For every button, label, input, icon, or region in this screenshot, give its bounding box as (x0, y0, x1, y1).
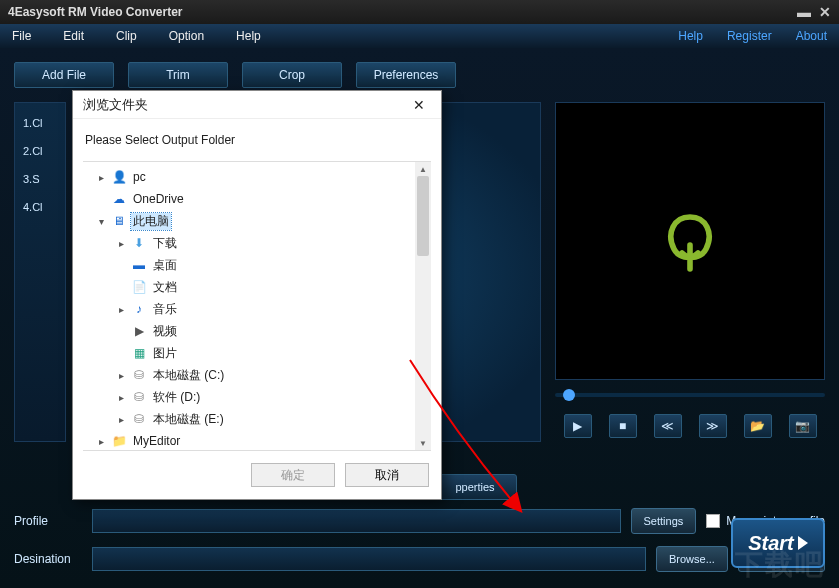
tree-label: 软件 (D:) (151, 389, 202, 406)
play-button[interactable]: ▶ (564, 414, 592, 438)
add-file-button[interactable]: Add File (14, 62, 114, 88)
watermark: 下载吧 (735, 546, 825, 584)
scroll-up-arrow[interactable]: ▲ (415, 162, 431, 176)
drive-icon: ⛁ (131, 411, 147, 427)
destination-input[interactable] (92, 547, 646, 571)
link-register[interactable]: Register (727, 29, 772, 43)
close-button[interactable]: ✕ (819, 4, 831, 20)
tree-row[interactable]: 📄文档 (83, 276, 431, 298)
menu-help[interactable]: Help (236, 29, 261, 43)
scroll-thumb[interactable] (417, 176, 429, 256)
tree-row[interactable]: ▾🖥此电脑 (83, 210, 431, 232)
sidebar: 1.Cl 2.Cl 3.S 4.Cl (14, 102, 66, 442)
desk-icon: ▬ (131, 257, 147, 273)
app-logo-icon (650, 201, 730, 281)
sidebar-item-1[interactable]: 1.Cl (19, 111, 61, 139)
tree-row[interactable]: ▸⛁软件 (D:) (83, 386, 431, 408)
profile-label: Profile (14, 514, 82, 528)
person-icon: 👤 (111, 169, 127, 185)
music-icon: ♪ (131, 301, 147, 317)
tree-row[interactable]: ▦图片 (83, 342, 431, 364)
tree-toggle-icon[interactable]: ▾ (95, 216, 107, 227)
menu-clip[interactable]: Clip (116, 29, 137, 43)
profile-combo[interactable] (92, 509, 621, 533)
tree-label: OneDrive (131, 192, 186, 206)
drive-icon: ⛁ (131, 367, 147, 383)
merge-checkbox[interactable] (706, 514, 720, 528)
minimize-button[interactable]: ▬ (797, 4, 811, 20)
tree-label: 下载 (151, 235, 179, 252)
menubar: File Edit Clip Option Help Help Register… (0, 24, 839, 48)
tree-row[interactable]: ▸📁MyEditor (83, 430, 431, 451)
window-title: 4Easysoft RM Video Converter (8, 5, 183, 19)
tree-row[interactable]: ▸⛁本地磁盘 (C:) (83, 364, 431, 386)
menu-file[interactable]: File (12, 29, 31, 43)
properties-button[interactable]: pperties (433, 474, 517, 500)
settings-button[interactable]: Settings (631, 508, 697, 534)
dialog-close-button[interactable]: ✕ (407, 95, 431, 115)
folder-tree[interactable]: ▸👤pc☁OneDrive▾🖥此电脑▸⬇下载▬桌面📄文档▸♪音乐▶视频▦图片▸⛁… (83, 161, 431, 451)
cloud-icon: ☁ (111, 191, 127, 207)
crop-button[interactable]: Crop (242, 62, 342, 88)
titlebar: 4Easysoft RM Video Converter ▬ ✕ (0, 0, 839, 24)
tree-toggle-icon[interactable]: ▸ (115, 414, 127, 425)
tree-label: 音乐 (151, 301, 179, 318)
dialog-ok-button[interactable]: 确定 (251, 463, 335, 487)
pic-icon: ▦ (131, 345, 147, 361)
tree-row[interactable]: ▬桌面 (83, 254, 431, 276)
seek-thumb[interactable] (563, 389, 575, 401)
folder-icon: 📁 (111, 433, 127, 449)
tree-label: pc (131, 170, 148, 184)
tree-row[interactable]: ▸⛁本地磁盘 (E:) (83, 408, 431, 430)
tree-label: 此电脑 (131, 213, 171, 230)
tree-toggle-icon[interactable]: ▸ (115, 370, 127, 381)
media-controls: ▶ ■ ≪ ≫ 📂 📷 (555, 410, 825, 442)
drive-icon: ⛁ (131, 389, 147, 405)
tree-toggle-icon[interactable]: ▸ (115, 238, 127, 249)
scroll-down-arrow[interactable]: ▼ (415, 436, 431, 450)
tree-row[interactable]: ▸♪音乐 (83, 298, 431, 320)
tree-label: 图片 (151, 345, 179, 362)
doc-icon: 📄 (131, 279, 147, 295)
tree-label: 本地磁盘 (C:) (151, 367, 226, 384)
tree-label: MyEditor (131, 434, 182, 448)
next-button[interactable]: ≫ (699, 414, 727, 438)
stop-button[interactable]: ■ (609, 414, 637, 438)
dialog-instruction: Please Select Output Folder (73, 119, 441, 161)
browse-button[interactable]: Browse... (656, 546, 728, 572)
tree-row[interactable]: ☁OneDrive (83, 188, 431, 210)
menu-option[interactable]: Option (169, 29, 204, 43)
sidebar-item-3[interactable]: 3.S (19, 167, 61, 195)
link-about[interactable]: About (796, 29, 827, 43)
tree-toggle-icon[interactable]: ▸ (95, 436, 107, 447)
tree-row[interactable]: ▸👤pc (83, 166, 431, 188)
tree-row[interactable]: ▶视频 (83, 320, 431, 342)
sidebar-item-4[interactable]: 4.Cl (19, 195, 61, 223)
tree-toggle-icon[interactable]: ▸ (115, 304, 127, 315)
tree-toggle-icon[interactable]: ▸ (115, 392, 127, 403)
tree-label: 桌面 (151, 257, 179, 274)
preferences-button[interactable]: Preferences (356, 62, 456, 88)
tree-label: 视频 (151, 323, 179, 340)
dialog-title: 浏览文件夹 (83, 96, 148, 114)
tree-row[interactable]: ▸⬇下载 (83, 232, 431, 254)
preview-screen (555, 102, 825, 380)
menu-edit[interactable]: Edit (63, 29, 84, 43)
toolbar: Add File Trim Crop Preferences (14, 62, 825, 88)
link-help[interactable]: Help (678, 29, 703, 43)
sidebar-item-2[interactable]: 2.Cl (19, 139, 61, 167)
open-media-button[interactable]: 📂 (744, 414, 772, 438)
prev-button[interactable]: ≪ (654, 414, 682, 438)
tree-label: 文档 (151, 279, 179, 296)
destination-label: Desination (14, 552, 82, 566)
down-icon: ⬇ (131, 235, 147, 251)
browse-folder-dialog: 浏览文件夹 ✕ Please Select Output Folder ▸👤pc… (72, 90, 442, 500)
tree-toggle-icon[interactable]: ▸ (95, 172, 107, 183)
video-icon: ▶ (131, 323, 147, 339)
seek-bar[interactable] (555, 386, 825, 404)
trim-button[interactable]: Trim (128, 62, 228, 88)
snapshot-button[interactable]: 📷 (789, 414, 817, 438)
tree-scrollbar[interactable]: ▲ ▼ (415, 162, 431, 450)
dialog-cancel-button[interactable]: 取消 (345, 463, 429, 487)
tree-label: 本地磁盘 (E:) (151, 411, 226, 428)
